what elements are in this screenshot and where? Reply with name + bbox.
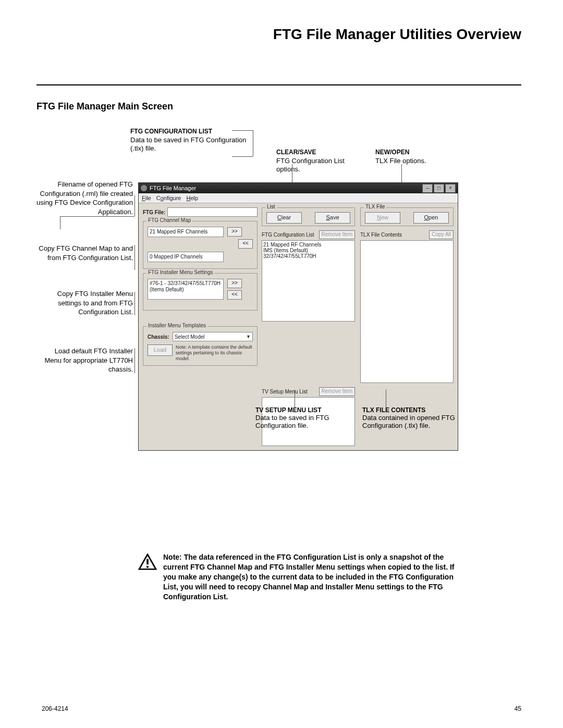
channel-map-group: FTG Channel Map 21 Mapped RF Channels >>… <box>143 221 258 269</box>
installer-menu-group: FTG Installer Menu Settings #76-1 - 32/3… <box>143 273 258 311</box>
window-title: FTG File Manager <box>150 185 196 191</box>
ann-config-list-title: FTG CONFIGURATION LIST <box>130 128 250 136</box>
rf-copy-right-button[interactable]: >> <box>227 227 242 237</box>
templates-legend: Installer Menu Templates <box>146 323 207 328</box>
list-item[interactable]: IMS (Items Default) 32/37/42/47/55LT770H <box>263 248 353 259</box>
section-title: FTG File Manager Main Screen <box>36 101 521 112</box>
list-group: List Clear Save <box>262 207 355 226</box>
installer-copy-right-button[interactable]: >> <box>227 279 242 288</box>
ann-tlx-contents-body: Data contained in opened FTG Configurati… <box>362 414 482 429</box>
close-button[interactable]: × <box>445 184 456 193</box>
tlx-legend: TLX File <box>364 204 386 209</box>
tlx-contents-label: TLX File Contents <box>360 232 429 238</box>
maximize-button[interactable]: □ <box>434 184 444 193</box>
ftg-file-input[interactable] <box>167 207 258 217</box>
ann-new-open-title: NEW/OPEN <box>375 149 459 157</box>
svg-rect-1 <box>146 559 149 565</box>
list-item[interactable]: 21 Mapped RF Channels <box>263 242 353 248</box>
page-title: FTG File Manager Utilities Overview <box>36 26 521 43</box>
menu-help[interactable]: Help <box>186 195 198 201</box>
ann-clear-save-body: FTG Configuration List options. <box>276 157 354 175</box>
rf-copy-left-button[interactable]: << <box>238 239 253 249</box>
chassis-combo[interactable]: Select Model ▼ <box>173 332 253 341</box>
note-text: Note: The data referenced in the FTG Con… <box>163 552 467 601</box>
ann-tv-setup-body: Data to be saved in FTG Configuration fi… <box>255 414 360 429</box>
load-button[interactable]: Load <box>148 344 173 356</box>
ip-channels-box: 0 Mapped IP Channels <box>148 252 224 262</box>
chassis-value: Select Model <box>175 334 205 340</box>
svg-rect-2 <box>146 566 149 568</box>
remove-item-button[interactable]: Remove Item <box>319 230 355 239</box>
ann-copy-installer: Copy FTG Installer Menu settings to and … <box>36 289 133 317</box>
ftg-config-listbox[interactable]: 21 Mapped RF Channels IMS (Items Default… <box>262 240 355 322</box>
ann-copy-map: Copy FTG Channel Map to and from FTG Con… <box>36 244 133 262</box>
installer-menu-box: #76-1 - 32/37/42/47/55LT770H (Items Defa… <box>148 279 224 300</box>
installer-copy-left-button[interactable]: << <box>227 290 242 300</box>
ann-tv-setup-title: TV SETUP MENU LIST <box>255 406 360 414</box>
installer-menu-legend: FTG Installer Menu Settings <box>146 269 215 275</box>
app-icon <box>141 185 147 191</box>
doc-number: 206-4214 <box>42 705 68 712</box>
channel-map-legend: FTG Channel Map <box>146 217 192 223</box>
ftg-config-list-label: FTG Configuration List <box>262 232 319 238</box>
page-number: 45 <box>515 705 521 712</box>
divider <box>36 84 521 85</box>
ann-config-list-body: Data to be saved in FTG Configuration (.… <box>130 136 250 154</box>
ftg-file-label: FTG File: <box>143 209 165 215</box>
save-button[interactable]: Save <box>315 212 350 224</box>
window-titlebar[interactable]: FTG File Manager – □ × <box>139 183 458 193</box>
menu-configure[interactable]: Configure <box>156 195 181 201</box>
ann-tlx-contents-title: TLX FILE CONTENTS <box>362 406 482 414</box>
chevron-down-icon: ▼ <box>246 334 251 339</box>
minimize-button[interactable]: – <box>422 184 433 193</box>
menubar: File Configure Help <box>139 193 458 203</box>
tlx-file-group: TLX File New Open <box>360 207 454 226</box>
ann-load-template: Load default FTG Installer Menu for appr… <box>36 347 133 374</box>
rf-channels-box: 21 Mapped RF Channels <box>148 227 224 237</box>
tlx-contents-listbox[interactable] <box>360 240 454 383</box>
new-button[interactable]: New <box>365 212 400 224</box>
menu-file[interactable]: File <box>142 195 151 201</box>
clear-button[interactable]: Clear <box>266 212 302 224</box>
templates-group: Installer Menu Templates Chassis: Select… <box>143 326 258 366</box>
open-button[interactable]: Open <box>413 212 449 224</box>
copy-all-button[interactable]: Copy All <box>429 230 454 239</box>
ann-new-open-body: TLX File options. <box>375 157 459 166</box>
chassis-label: Chassis: <box>148 334 169 340</box>
ann-clear-save-title: CLEAR/SAVE <box>276 149 354 157</box>
tv-remove-item-button[interactable]: Remove Item <box>319 387 355 396</box>
list-legend: List <box>265 204 277 209</box>
warning-icon <box>138 553 157 570</box>
tv-setup-label: TV Setup Menu List <box>262 389 319 394</box>
ann-filename: Filename of opened FTG Configuration (.r… <box>36 180 133 216</box>
template-note: Note: A template contains the default se… <box>176 344 253 361</box>
